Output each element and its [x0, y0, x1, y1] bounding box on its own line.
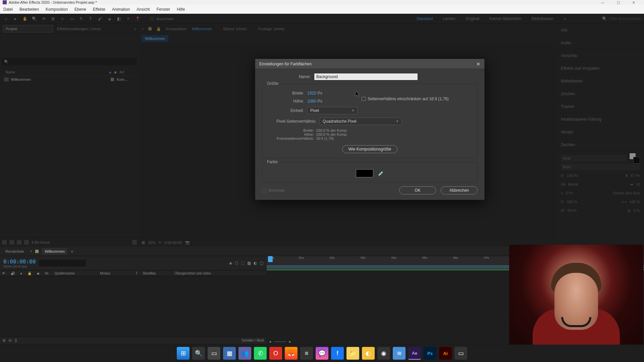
anchor-tool-icon[interactable]: ⊹ [59, 15, 66, 22]
workspace-overflow-icon[interactable]: » [564, 16, 566, 21]
panel-info[interactable]: Info [557, 24, 644, 37]
name-input[interactable] [314, 73, 418, 80]
puppet-tool-icon[interactable]: 📍 [134, 15, 141, 22]
graph-editor-icon[interactable]: ▢ [260, 261, 263, 265]
menu-bearbeiten[interactable]: Bearbeiten [19, 7, 39, 12]
panel-bibliotheken[interactable]: Bibliotheken [557, 75, 644, 87]
new-folder-icon[interactable] [9, 240, 14, 245]
illustrator-icon[interactable]: Ai [439, 347, 452, 360]
taskbar-search-icon[interactable]: 🔍 [192, 347, 205, 360]
widgets-icon[interactable]: ▦ [223, 347, 236, 360]
preview-checkbox[interactable]: Vorschau [262, 188, 285, 193]
panel-inhaltsbasierte[interactable]: Inhaltsbasierte Füllung [557, 113, 644, 126]
panel-effekte[interactable]: Effekte und Vorgaben [557, 62, 644, 75]
eyedropper-icon[interactable]: 💉 [378, 171, 384, 176]
snap-checkbox-label[interactable]: Ausrichten [156, 17, 174, 21]
unit-select[interactable]: Pixel▼ [307, 107, 358, 114]
interpret-icon[interactable] [2, 240, 7, 245]
whatsapp-icon[interactable]: ✆ [254, 347, 267, 360]
par-select[interactable]: Quadratische Pixel▼ [320, 118, 402, 125]
workspace-bibliotheken[interactable]: Bibliotheken [532, 16, 553, 21]
color-swatch-button[interactable] [356, 169, 373, 177]
zoom-value[interactable]: 25% [148, 241, 156, 245]
panel-zeichen2[interactable]: Zeichen [557, 138, 644, 151]
firefox-icon[interactable]: 🦊 [285, 347, 298, 360]
col-nr[interactable]: Nr. [45, 272, 49, 275]
file-explorer-icon[interactable]: 📁 [346, 347, 359, 360]
ok-button[interactable]: OK [399, 186, 436, 194]
trash-icon[interactable] [132, 240, 137, 245]
menu-ansicht[interactable]: Ansicht [137, 7, 150, 12]
col-modus[interactable]: Modus [100, 272, 110, 275]
lock-icon[interactable]: 🔒 [156, 27, 161, 31]
col-art[interactable]: Art [117, 70, 137, 74]
tab-menu-icon[interactable]: ≡ [71, 249, 73, 253]
panel-audio[interactable]: Audio [557, 37, 644, 49]
messenger-icon[interactable]: 💬 [316, 347, 328, 360]
opera-icon[interactable]: O [269, 347, 282, 360]
col-quellenname[interactable]: Quellenname [55, 272, 74, 275]
draft3d-icon[interactable]: ⬡ [235, 261, 238, 265]
help-search[interactable]: 🔍 Hilfe durchsuchen [602, 16, 641, 21]
menu-komposition[interactable]: Komposition [46, 7, 68, 12]
lock-col-icon[interactable]: 🔒 [28, 272, 32, 275]
stamp-tool-icon[interactable]: ⬙ [106, 15, 113, 22]
workspace-standard[interactable]: Standard [416, 16, 433, 21]
toggle-switch-icon2[interactable]: ⊟ [9, 339, 11, 342]
selection-tool-icon[interactable]: ▸ [12, 15, 19, 22]
app-icon-generic[interactable]: ≡ [300, 347, 313, 360]
menu-effekte[interactable]: Effekte [93, 7, 105, 12]
photoshop-icon[interactable]: Ps [424, 347, 436, 360]
zoom-out-icon[interactable]: ▲ [269, 340, 272, 343]
cancel-button[interactable]: Abbrechen [441, 186, 478, 194]
audio-col-icon[interactable]: 🔊 [11, 272, 15, 275]
toggle-switch-icon[interactable]: ⊞ [3, 339, 5, 342]
tab-layer-none[interactable]: Ebene: (ohne) [223, 27, 247, 31]
workspace-kleiner[interactable]: Kleiner Bildschirm [489, 16, 522, 21]
project-item-willkommen[interactable]: Willkommen Kom... [2, 76, 137, 83]
bit-depth[interactable]: 8-Bit-Kanal [32, 240, 50, 244]
solo-col-icon[interactable]: ● [20, 272, 22, 275]
timeline-search-input[interactable] [39, 260, 86, 266]
menu-fenster[interactable]: Fenster [157, 7, 170, 12]
maximize-button[interactable]: ▢ [610, 1, 626, 4]
font-size-value[interactable]: 100 Px [567, 174, 578, 178]
label-col-icon[interactable]: ◆ [37, 272, 40, 275]
obs-icon[interactable]: ◉ [377, 347, 390, 360]
timecode-display[interactable]: 0:00:00:00 [164, 241, 182, 245]
panel-tracker[interactable]: Tracker [557, 100, 644, 113]
menu-datei[interactable]: Datei [3, 7, 13, 12]
zoom-in-icon[interactable]: ▲ [288, 340, 291, 343]
start-button[interactable]: ⊞ [177, 347, 190, 360]
width-value[interactable]: 1920 [307, 91, 316, 96]
workspace-original[interactable]: Original [465, 16, 479, 21]
zoom-slider[interactable]: —○—— [274, 340, 286, 343]
panel-menu-icon[interactable]: » [134, 27, 136, 31]
new-comp-icon[interactable] [17, 240, 21, 245]
menu-hilfe[interactable]: Hilfe [177, 7, 185, 12]
teams-icon[interactable]: 👥 [238, 347, 251, 360]
font-family-select[interactable]: Arial [561, 155, 627, 162]
col-t[interactable]: T [136, 272, 138, 275]
app-icon-yellow[interactable]: ◐ [362, 347, 375, 360]
facebook-icon[interactable]: f [331, 347, 344, 360]
lock-aspect-checkbox[interactable] [362, 97, 366, 101]
dialog-titlebar[interactable]: Einstellungen für Farbflächen ✕ [255, 59, 484, 69]
font-style-select[interactable]: Bold [561, 164, 640, 170]
col-parent[interactable]: Übergeordnet und verkn. [175, 272, 212, 275]
motion-blur-icon[interactable]: ◐ [254, 261, 257, 265]
toggle-transfer-icon[interactable]: {} [15, 339, 17, 342]
shape-tool-icon[interactable]: ▭ [68, 15, 75, 22]
comp-flowchart-icon[interactable]: ◈ [229, 261, 232, 265]
type-tool-icon[interactable]: T [87, 15, 94, 22]
menu-animation[interactable]: Animation [112, 7, 130, 12]
task-view-icon[interactable]: ▭ [208, 347, 220, 360]
menu-ebene[interactable]: Ebene [74, 7, 86, 12]
pen-tool-icon[interactable]: ✎ [78, 15, 85, 22]
close-tab-icon[interactable]: × [30, 249, 32, 253]
stroke-width-value[interactable]: 0 Px [566, 191, 573, 195]
close-window-button[interactable]: ✕ [626, 1, 641, 4]
col-name[interactable]: Name [2, 70, 108, 74]
shy-icon[interactable]: ⬚ [241, 261, 245, 265]
flowchart-tab-willkommen[interactable]: Willkommen [142, 35, 168, 42]
